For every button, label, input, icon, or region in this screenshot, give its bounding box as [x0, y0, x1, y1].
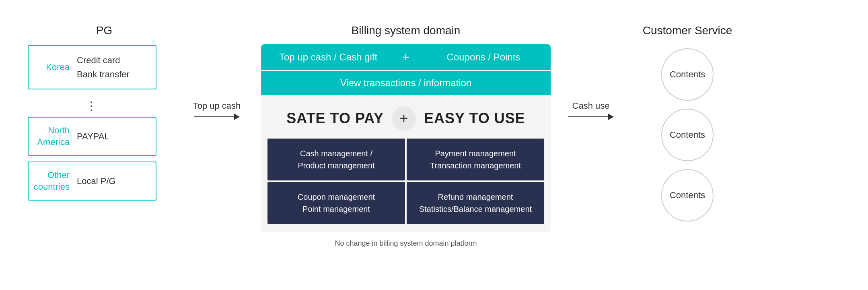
- billing-top-cash: Top up cash / Cash gift: [261, 44, 395, 70]
- billing-title: Billing system domain: [352, 24, 461, 37]
- pg-korea-label: Korea: [33, 62, 77, 73]
- arrow1-label: Top up cash: [193, 101, 241, 111]
- main-container: PG Korea Credit cardBank transfer ⋮ Nort…: [12, 8, 856, 282]
- billing-grid: Cash management /Product management Paym…: [267, 139, 544, 224]
- pg-column: PG Korea Credit cardBank transfer ⋮ Nort…: [28, 20, 181, 206]
- arrow1-shaft: [194, 116, 234, 117]
- pg-korea-box: Korea Credit cardBank transfer: [28, 45, 156, 89]
- billing-column: Billing system domain Top up cash / Cash…: [253, 20, 559, 248]
- top-up-cash-arrow: Top up cash: [181, 20, 253, 120]
- arrow2-shaft: [568, 116, 608, 117]
- arrow1-line: [194, 114, 240, 120]
- billing-middle: SATE TO PAY + EASY TO USE: [261, 95, 551, 139]
- billing-footnote: No change in billing system domain platf…: [335, 239, 477, 248]
- billing-card: Top up cash / Cash gift + Coupons / Poin…: [261, 44, 551, 232]
- arrow2-label: Cash use: [572, 101, 610, 111]
- cs-circle-2-label: Contents: [670, 130, 705, 140]
- cs-circle-1: Contents: [661, 48, 714, 101]
- cs-title: Customer Service: [643, 24, 732, 37]
- pg-korea-content: Credit cardBank transfer: [77, 53, 130, 81]
- pg-other-box: Othercountries Local P/G: [28, 162, 156, 201]
- billing-coupons: Coupons / Points: [416, 44, 551, 70]
- pg-northamerica-box: NorthAmerica PAYPAL: [28, 117, 156, 156]
- billing-easy: EASY TO USE: [424, 110, 525, 127]
- cs-circle-3: Contents: [661, 169, 714, 222]
- cs-column: Customer Service Contents Contents Conte…: [623, 20, 752, 222]
- billing-view-row: View transactions / information: [261, 71, 551, 95]
- cs-circle-3-label: Contents: [670, 190, 705, 201]
- pg-northamerica-content: PAYPAL: [77, 129, 109, 143]
- arrow2-head: [608, 114, 614, 120]
- grid-cell-4: Refund managementStatistics/Balance mana…: [407, 182, 544, 224]
- billing-plus-icon: +: [395, 44, 416, 70]
- arrow2-line: [568, 114, 614, 120]
- pg-other-content: Local P/G: [77, 174, 116, 188]
- grid-cell-1: Cash management /Product management: [267, 139, 405, 180]
- grid-cell-2: Payment managementTransaction management: [407, 139, 544, 180]
- billing-top-row: Top up cash / Cash gift + Coupons / Poin…: [261, 44, 551, 71]
- pg-dots: ⋮: [28, 99, 156, 113]
- cs-circle-1-label: Contents: [670, 69, 705, 80]
- cs-circles: Contents Contents Contents: [661, 48, 714, 222]
- cs-circle-2: Contents: [661, 109, 714, 161]
- billing-teal-section: Top up cash / Cash gift + Coupons / Poin…: [261, 44, 551, 95]
- billing-safe: SATE TO PAY: [286, 110, 384, 127]
- grid-cell-3: Coupon managementPoint management: [267, 182, 405, 224]
- billing-big-plus-icon: +: [392, 106, 416, 130]
- pg-northamerica-label: NorthAmerica: [33, 125, 77, 148]
- pg-title: PG: [28, 24, 181, 37]
- cash-use-arrow: Cash use: [559, 20, 623, 120]
- arrow1-head: [234, 114, 240, 120]
- pg-other-label: Othercountries: [33, 170, 77, 193]
